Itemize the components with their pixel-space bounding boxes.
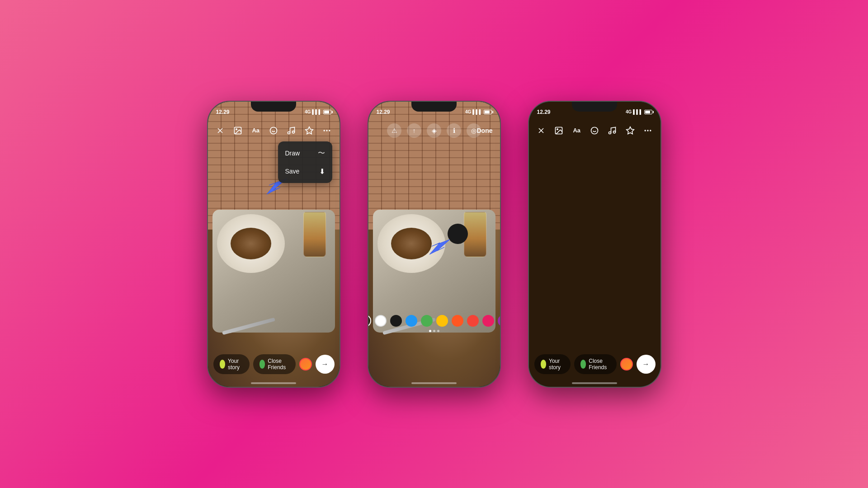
status-bar-2: 12.29 4G ▌▌▌ <box>368 102 500 119</box>
close-button-3[interactable] <box>536 124 547 137</box>
music-button[interactable] <box>286 124 297 137</box>
svg-point-10 <box>324 130 325 131</box>
close-icon <box>216 126 225 135</box>
svg-point-11 <box>326 130 327 131</box>
color-black[interactable] <box>390 315 402 327</box>
more-button-3[interactable] <box>642 124 653 137</box>
effects-button-3[interactable] <box>625 124 635 137</box>
phone-3: 12.29 4G ▌▌▌ Aa <box>528 101 661 388</box>
send-icon-3: → <box>642 360 650 368</box>
phone-3-content: 12.29 4G ▌▌▌ Aa <box>529 102 660 387</box>
color-check-button[interactable]: ✓ <box>368 314 372 327</box>
color-page-indicator <box>429 330 439 332</box>
signal-text-3: 4G <box>626 109 632 114</box>
signal-icon-3: ▌▌▌ <box>633 109 642 114</box>
svg-point-4 <box>270 127 277 134</box>
signal-icon-2: ▌▌▌ <box>472 109 482 114</box>
toolbar-3: Aa <box>529 119 660 142</box>
glass <box>303 212 326 257</box>
sticker-icon-3 <box>590 126 599 135</box>
color-yellow[interactable] <box>436 315 448 327</box>
draw-tool-arrow[interactable]: ↑ <box>407 123 421 138</box>
close-friends-label-3: Close Friends <box>589 358 610 371</box>
blue-shape-sticker[interactable] <box>427 233 452 258</box>
color-picker: ✓ <box>368 314 500 337</box>
svg-point-12 <box>329 130 330 131</box>
your-story-dot-3 <box>541 360 547 369</box>
svg-point-20 <box>609 131 611 134</box>
send-button-3[interactable]: → <box>637 355 656 374</box>
close-friends-button[interactable]: Close Friends <box>253 354 296 374</box>
your-story-button-3[interactable]: Your story <box>534 354 571 374</box>
gallery-button-3[interactable] <box>554 124 564 137</box>
music-icon-3 <box>608 126 617 135</box>
signal-icon: ▌▌▌ <box>312 109 321 114</box>
svg-point-16 <box>557 128 558 130</box>
color-red[interactable] <box>467 315 479 327</box>
user-avatar-3 <box>620 358 633 371</box>
draw-label: Draw <box>285 150 300 157</box>
save-label: Save <box>285 168 300 175</box>
more-button[interactable] <box>321 124 332 137</box>
plate <box>217 214 285 273</box>
svg-point-21 <box>613 131 616 133</box>
color-green[interactable] <box>421 315 433 327</box>
time-display-3: 12.29 <box>537 109 551 115</box>
color-blue[interactable] <box>406 315 417 327</box>
more-icon-3 <box>643 126 652 135</box>
close-icon-3 <box>537 126 546 135</box>
sticker-button-3[interactable] <box>589 124 599 137</box>
status-indicators-2: 4G ▌▌▌ <box>465 109 492 114</box>
sticker-icon <box>269 126 278 135</box>
draw-tool-warning[interactable]: ⚠ <box>387 123 401 138</box>
color-white[interactable] <box>375 315 387 327</box>
battery-icon <box>323 110 331 114</box>
done-button[interactable]: Done <box>477 127 493 134</box>
svg-point-23 <box>645 130 646 131</box>
draw-tool-info[interactable]: ℹ <box>447 123 461 138</box>
send-icon: → <box>321 360 329 368</box>
color-orange[interactable] <box>452 315 463 327</box>
your-story-button[interactable]: Your story <box>213 354 250 374</box>
close-button[interactable] <box>215 124 226 137</box>
music-button-3[interactable] <box>607 124 618 137</box>
draw-tool-marker[interactable]: ◈ <box>427 123 441 138</box>
dark-background <box>529 102 660 387</box>
status-indicators: 4G ▌▌▌ <box>305 109 331 114</box>
page-dot-2 <box>433 330 435 332</box>
svg-point-8 <box>292 131 295 133</box>
draw-wavy-icon: 〜 <box>318 149 325 158</box>
food-2 <box>391 228 432 259</box>
page-dot-1 <box>429 330 431 332</box>
battery-icon-3 <box>644 110 652 114</box>
bottom-bar-3: Your story Close Friends → <box>529 351 660 378</box>
gallery-icon <box>233 126 242 135</box>
draw-toolbar: ⚠ ↑ ◈ ℹ ◎ Done <box>368 119 500 142</box>
close-friends-button-3[interactable]: Close Friends <box>574 354 617 374</box>
time-display: 12.29 <box>216 109 230 115</box>
close-friends-dot <box>259 360 265 369</box>
effects-button[interactable] <box>304 124 314 137</box>
color-purple[interactable] <box>498 315 500 327</box>
color-pink[interactable] <box>482 315 494 327</box>
page-dot-3 <box>437 330 439 332</box>
done-label: Done <box>477 127 493 134</box>
bottom-bar-1: Your story Close Friends → <box>208 351 340 378</box>
gallery-icon-3 <box>554 126 563 135</box>
dropdown-menu: Draw 〜 Save ⬇ <box>278 141 332 183</box>
svg-point-17 <box>591 127 598 134</box>
send-button[interactable]: → <box>316 355 335 374</box>
close-friends-dot-3 <box>580 360 586 369</box>
gallery-button[interactable] <box>233 124 243 137</box>
svg-point-25 <box>650 130 651 131</box>
status-bar-1: 12.29 4G ▌▌▌ <box>208 102 340 119</box>
save-menu-item[interactable]: Save ⬇ <box>278 163 332 180</box>
text-button-3[interactable]: Aa <box>571 124 582 137</box>
draw-menu-item[interactable]: Draw 〜 <box>278 144 332 163</box>
text-button[interactable]: Aa <box>250 124 261 137</box>
color-swatches: ✓ <box>368 314 500 327</box>
phone-1-content: 12.29 4G ▌▌▌ Aa <box>208 102 340 387</box>
phone-1: 12.29 4G ▌▌▌ Aa <box>207 101 340 388</box>
user-avatar <box>299 358 312 371</box>
sticker-button[interactable] <box>268 124 278 137</box>
